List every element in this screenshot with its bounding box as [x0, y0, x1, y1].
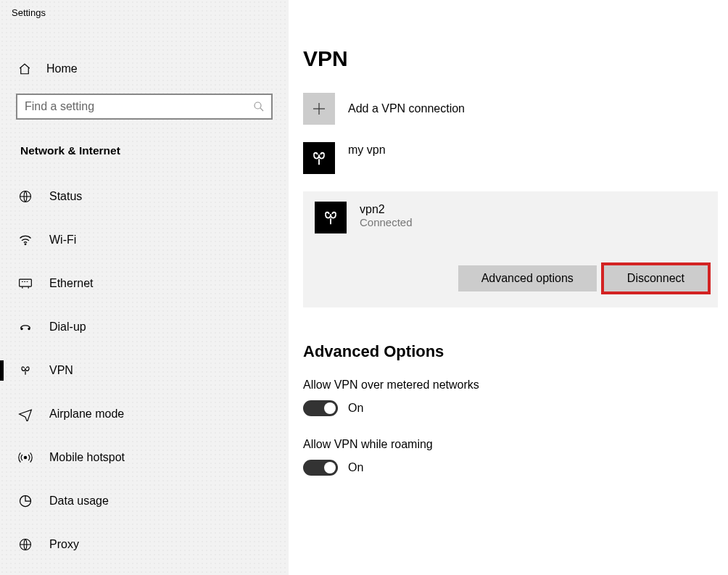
globe-icon — [17, 189, 33, 204]
datausage-icon — [17, 493, 33, 509]
sidebar-item-status[interactable]: Status — [0, 175, 289, 218]
wifi-icon — [17, 232, 33, 248]
sidebar-item-label: Data usage — [49, 495, 109, 508]
dialup-icon — [17, 319, 33, 335]
toggle-switch[interactable] — [303, 400, 338, 416]
vpn-connection-status: Connected — [360, 216, 413, 228]
vpn-selected-panel: vpn2 Connected Advanced options Disconne… — [303, 191, 718, 307]
home-icon — [17, 62, 32, 76]
home-row[interactable]: Home — [0, 51, 289, 86]
search-icon — [252, 100, 265, 113]
sidebar-item-ethernet[interactable]: Ethernet — [0, 262, 289, 305]
sidebar-item-label: Wi-Fi — [49, 233, 76, 247]
ethernet-icon — [17, 276, 33, 291]
vpn-icon — [17, 363, 33, 378]
toggle-label: Allow VPN while roaming — [303, 438, 718, 451]
vpn-tile-icon — [315, 202, 347, 233]
toggle-label: Allow VPN over metered networks — [303, 378, 718, 392]
toggle-state-label: On — [348, 461, 363, 474]
window-title: Settings — [0, 4, 289, 18]
sidebar-item-label: Proxy — [49, 538, 79, 551]
vpn-connection-name: vpn2 — [360, 202, 413, 216]
svg-point-7 — [24, 456, 26, 458]
toggle-vpn-roaming: Allow VPN while roaming On — [303, 438, 718, 476]
toggle-state-label: On — [348, 402, 363, 415]
sidebar-item-datausage[interactable]: Data usage — [0, 479, 289, 523]
sidebar-item-label: Mobile hotspot — [49, 451, 125, 464]
svg-line-1 — [260, 108, 263, 111]
svg-point-0 — [255, 102, 261, 109]
toggle-vpn-metered: Allow VPN over metered networks On — [303, 378, 718, 416]
sidebar-item-airplane[interactable]: Airplane mode — [0, 392, 289, 436]
sidebar: Settings Home Network & Internet Status — [0, 0, 289, 575]
sidebar-item-label: Dial-up — [49, 320, 86, 334]
hotspot-icon — [17, 450, 33, 466]
vpn-tile-icon — [303, 142, 335, 174]
page-title: VPN — [303, 46, 718, 71]
home-label: Home — [46, 62, 78, 75]
advanced-options-heading: Advanced Options — [303, 342, 718, 361]
toggle-switch[interactable] — [303, 460, 338, 476]
svg-rect-4 — [20, 279, 32, 286]
advanced-options-button[interactable]: Advanced options — [458, 265, 597, 291]
vpn-connection-item[interactable]: vpn2 Connected — [315, 202, 708, 233]
airplane-icon — [17, 406, 33, 422]
sidebar-item-label: Status — [49, 190, 82, 203]
add-vpn-connection[interactable]: Add a VPN connection — [303, 93, 718, 125]
sidebar-item-wifi[interactable]: Wi-Fi — [0, 218, 289, 262]
svg-point-6 — [28, 328, 30, 329]
main-panel: VPN Add a VPN connection my vpn v — [289, 0, 728, 575]
sidebar-item-label: Airplane mode — [49, 408, 124, 421]
disconnect-button[interactable]: Disconnect — [604, 265, 708, 291]
sidebar-item-dialup[interactable]: Dial-up — [0, 305, 289, 349]
search-input[interactable] — [25, 100, 252, 113]
vpn-connection-item[interactable]: my vpn — [303, 142, 718, 174]
search-box[interactable] — [16, 94, 273, 120]
sidebar-item-proxy[interactable]: Proxy — [0, 523, 289, 566]
svg-point-3 — [25, 244, 26, 245]
sidebar-item-vpn[interactable]: VPN — [0, 349, 289, 392]
sidebar-item-hotspot[interactable]: Mobile hotspot — [0, 436, 289, 479]
svg-point-5 — [21, 328, 22, 329]
category-title: Network & Internet — [0, 123, 289, 175]
vpn-connection-name: my vpn — [348, 142, 386, 157]
sidebar-item-label: Ethernet — [49, 277, 93, 290]
proxy-icon — [17, 537, 33, 553]
plus-icon — [303, 93, 335, 125]
sidebar-item-label: VPN — [49, 364, 73, 377]
add-vpn-label: Add a VPN connection — [348, 102, 465, 115]
